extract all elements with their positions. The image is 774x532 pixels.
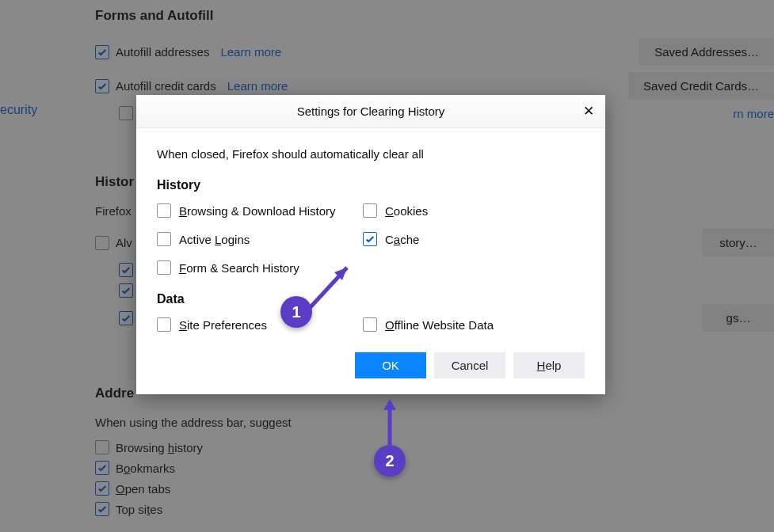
cookies-checkbox[interactable] [363, 203, 377, 218]
arrow-2 [380, 396, 404, 451]
site-prefs-label: Site Preferences [179, 318, 267, 332]
help-button[interactable]: Help [513, 352, 585, 378]
cookies-label: Cookies [385, 204, 428, 218]
dialog-titlebar: Settings for Clearing History ✕ [136, 95, 605, 128]
svg-marker-3 [383, 399, 396, 410]
annotation-badge-1: 1 [280, 296, 312, 328]
active-logins-checkbox[interactable] [157, 232, 171, 246]
dialog-history-heading: History [157, 178, 585, 192]
annotation-badge-2: 2 [374, 445, 406, 477]
dialog-intro: When closed, Firefox should automaticall… [157, 147, 585, 161]
browsing-dl-label: Browsing & Download History [179, 204, 336, 218]
dialog-data-heading: Data [157, 292, 585, 306]
close-icon[interactable]: ✕ [583, 104, 594, 118]
modal-overlay: Settings for Clearing History ✕ When clo… [0, 0, 774, 532]
dialog-title: Settings for Clearing History [297, 104, 445, 118]
browsing-dl-checkbox[interactable] [157, 203, 171, 218]
cancel-button[interactable]: Cancel [434, 352, 505, 378]
ok-button[interactable]: OK [355, 352, 426, 378]
cache-label: Cache [385, 233, 419, 246]
offline-data-checkbox[interactable] [363, 317, 377, 332]
form-search-checkbox[interactable] [157, 260, 171, 275]
form-search-label: Form & Search History [179, 261, 299, 275]
offline-data-label: Offline Website Data [385, 318, 494, 332]
clear-history-dialog: Settings for Clearing History ✕ When clo… [136, 95, 605, 394]
active-logins-label: Active Logins [179, 233, 250, 246]
cache-checkbox[interactable] [363, 232, 377, 246]
site-prefs-checkbox[interactable] [157, 317, 171, 332]
